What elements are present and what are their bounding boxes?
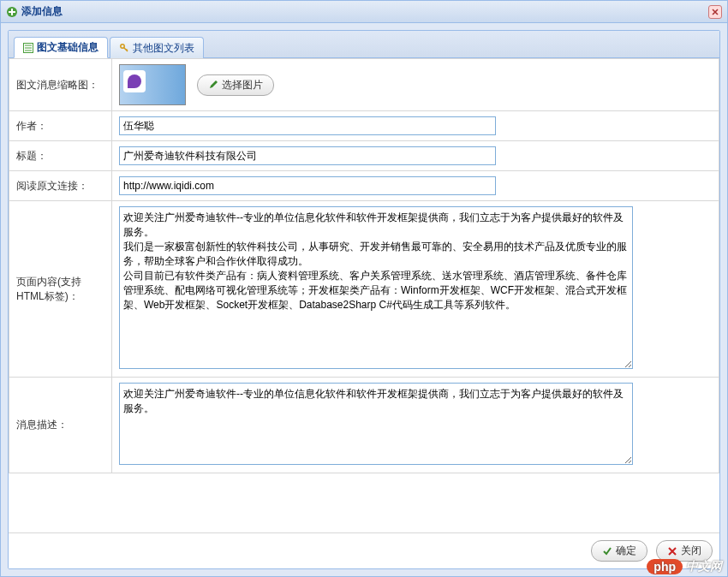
action-bar: 确定 关闭 — [9, 532, 719, 568]
label-title: 标题： — [9, 141, 112, 171]
key-icon — [119, 43, 129, 53]
row-content: 页面内容(支持HTML标签)： — [9, 201, 719, 378]
tab-other-list[interactable]: 其他图文列表 — [110, 37, 204, 58]
close-label: 关闭 — [681, 544, 701, 558]
pencil-icon — [208, 80, 218, 90]
title-input[interactable] — [119, 146, 496, 165]
tab-basic-info[interactable]: 图文基础信息 — [14, 37, 108, 58]
add-icon — [6, 6, 18, 18]
window-close-button[interactable] — [708, 5, 722, 19]
row-desc: 消息描述： — [9, 378, 719, 473]
row-thumbnail: 图文消息缩略图： 选择图片 — [9, 59, 719, 111]
label-desc: 消息描述： — [9, 378, 112, 473]
author-input[interactable] — [119, 116, 496, 135]
thumbnail-preview — [119, 64, 186, 105]
tab-strip: 图文基础信息 其他图文列表 — [9, 31, 719, 58]
url-input[interactable] — [119, 176, 496, 195]
close-icon — [712, 9, 719, 15]
form-panel: 图文基础信息 其他图文列表 图文消息缩略图： — [8, 30, 720, 569]
tab-label: 其他图文列表 — [133, 41, 194, 56]
dialog-window: 添加信息 图文基础信息 其他图文列表 — [0, 0, 728, 577]
label-content: 页面内容(支持HTML标签)： — [9, 201, 112, 378]
row-title: 标题： — [9, 141, 719, 171]
choose-image-label: 选择图片 — [222, 78, 263, 92]
form-icon — [23, 43, 33, 53]
desc-textarea[interactable] — [119, 383, 633, 465]
watermark-text: 中文网 — [686, 559, 722, 574]
content-textarea[interactable] — [119, 206, 633, 369]
ok-button[interactable]: 确定 — [591, 540, 647, 562]
check-icon — [602, 546, 612, 556]
label-thumbnail: 图文消息缩略图： — [9, 59, 112, 111]
row-url: 阅读原文连接： — [9, 171, 719, 201]
titlebar: 添加信息 — [1, 1, 727, 23]
window-title: 添加信息 — [21, 4, 63, 19]
x-icon — [667, 546, 677, 556]
tab-label: 图文基础信息 — [37, 40, 98, 55]
label-url: 阅读原文连接： — [9, 171, 112, 201]
watermark: php 中文网 — [647, 559, 722, 574]
watermark-badge: php — [647, 559, 683, 574]
label-author: 作者： — [9, 111, 112, 141]
choose-image-button[interactable]: 选择图片 — [197, 74, 274, 96]
form-table: 图文消息缩略图： 选择图片 作者： — [9, 58, 719, 473]
form-area: 图文消息缩略图： 选择图片 作者： — [9, 58, 719, 532]
row-author: 作者： — [9, 111, 719, 141]
window-body: 图文基础信息 其他图文列表 图文消息缩略图： — [1, 23, 727, 576]
ok-label: 确定 — [616, 544, 636, 558]
